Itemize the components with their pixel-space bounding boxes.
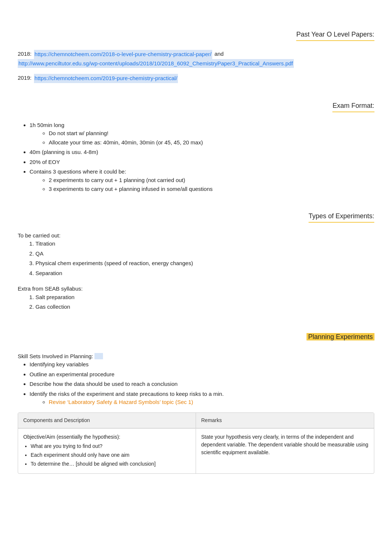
table-cell-1-2: State your hypothesis very clearly, in t… [196, 429, 374, 473]
exam-format-section: 1h 50min long Do not start w/ planning! … [18, 121, 374, 193]
exam-sub-list-1: Do not start w/ planning! Allocate your … [49, 129, 374, 147]
planning-heading: Planning Experiments [307, 332, 374, 342]
carried-out-section: To be carried out: Titration QA Physical… [18, 232, 374, 278]
extra-list: Salt preparation Gas collection [35, 293, 374, 311]
skill-sets-section: Skill Sets Involved in Planning: Identif… [18, 352, 374, 407]
exam-bullets-list: 1h 50min long Do not start w/ planning! … [30, 121, 374, 193]
carried-out-list: Titration QA Physical chem experiments (… [35, 240, 374, 277]
carried-item-2: QA [35, 250, 374, 258]
exam-sub-bullet-4-2: 3 experiments to carry out + planning in… [49, 185, 374, 193]
skill-bullet-3: Describe how the data should be used to … [30, 380, 374, 388]
year-2018-block: 2018: https://chemnotcheem.com/2018-o-le… [18, 50, 374, 68]
year-2019-link1[interactable]: https://chemnotcheem.com/2019-pure-chemi… [35, 75, 178, 81]
table-cell-1-1-list: What are you trying to find out? Each ex… [31, 442, 190, 468]
skill-bullet-1: Identifying key variables [30, 360, 374, 369]
carried-item-4: Separation [35, 269, 374, 278]
exam-sub-bullet-1-1: Do not start w/ planning! [49, 129, 374, 138]
table-header-col1: Components and Description [18, 413, 196, 428]
year-2018-label: 2018: [18, 50, 32, 58]
exam-bullet-1: 1h 50min long Do not start w/ planning! … [30, 121, 374, 147]
table-header-row: Components and Description Remarks [18, 413, 374, 428]
table-cell-1-1: Objective/Aim (essentially the hypothesi… [18, 429, 196, 473]
carried-item-1: Titration [35, 240, 374, 248]
skill-sub-item-1: Revise ‘Laboratory Safety & Hazard Symbo… [49, 398, 374, 407]
past-year-heading: Past Year O Level Papers: [296, 30, 374, 41]
skill-bullet-2: Outline an experimental procedure [30, 370, 374, 379]
year-2018-link1[interactable]: https://chemnotcheem.com/2018-o-level-pu… [35, 51, 212, 57]
extra-section: Extra from SEAB syllabus: Salt preparati… [18, 285, 374, 311]
exam-bullet-2: 40m (planning is usu. 4-8m) [30, 148, 374, 157]
safety-link[interactable]: Revise ‘Laboratory Safety & Hazard Symbo… [49, 399, 193, 405]
planning-heading-wrapper: Planning Experiments [18, 323, 374, 346]
skill-bullets-list: Identifying key variables Outline an exp… [30, 360, 374, 407]
exam-bullet-3: 20% of EOY [30, 158, 374, 167]
extra-item-1: Salt preparation [35, 293, 374, 302]
types-heading-wrapper: Types of Experiments: [18, 202, 374, 227]
extra-label: Extra from SEAB syllabus: [18, 285, 374, 293]
exam-sub-bullet-1-2: Allocate your time as: 40min, 40min, 30m… [49, 138, 374, 147]
year-2018-link2-wrapper: http://www.penciltutor.edu.sg/wp-content… [18, 59, 294, 68]
extra-item-2: Gas collection [35, 303, 374, 311]
table-cell-1-1-item-3: To determine the… [should be aligned wit… [31, 460, 190, 468]
year-2019-link1-wrapper: https://chemnotcheem.com/2019-pure-chemi… [34, 74, 178, 83]
table-cell-1-1-intro: Objective/Aim (essentially the hypothesi… [23, 434, 120, 440]
exam-bullet-4: Contains 3 questions where it could be: … [30, 168, 374, 193]
exam-sub-list-4: 2 experiments to carry out + 1 planning … [49, 176, 374, 193]
year-2019-block: 2019: https://chemnotcheem.com/2019-pure… [18, 74, 374, 83]
exam-format-heading: Exam Format: [333, 101, 374, 112]
past-year-heading-wrapper: Past Year O Level Papers: [18, 21, 374, 45]
table-header-col2: Remarks [196, 413, 374, 428]
exam-sub-bullet-4-1: 2 experiments to carry out + 1 planning … [49, 176, 374, 185]
year-2018-link2[interactable]: http://www.penciltutor.edu.sg/wp-content… [18, 60, 293, 66]
planning-table: Components and Description Remarks Objec… [18, 412, 374, 474]
skill-bullet-4: Identify the risks of the experiment and… [30, 390, 374, 407]
skill-sub-list: Revise ‘Laboratory Safety & Hazard Symbo… [49, 398, 374, 407]
year-2018-separator: and [214, 50, 224, 58]
carried-out-label: To be carried out: [18, 232, 374, 240]
carried-item-3: Physical chem experiments (speed of reac… [35, 259, 374, 268]
skill-label: Skill Sets Involved in Planning: [18, 352, 374, 361]
exam-format-heading-wrapper: Exam Format: [18, 92, 374, 117]
year-2019-label: 2019: [18, 74, 32, 82]
table-cell-1-1-item-2: Each experiment should only have one aim [31, 451, 190, 459]
table-cell-1-1-item-1: What are you trying to find out? [31, 442, 190, 450]
year-2018-link1-wrapper: https://chemnotcheem.com/2018-o-level-pu… [34, 50, 212, 59]
table-row-1: Objective/Aim (essentially the hypothesi… [18, 428, 374, 473]
types-heading: Types of Experiments: [309, 211, 374, 223]
